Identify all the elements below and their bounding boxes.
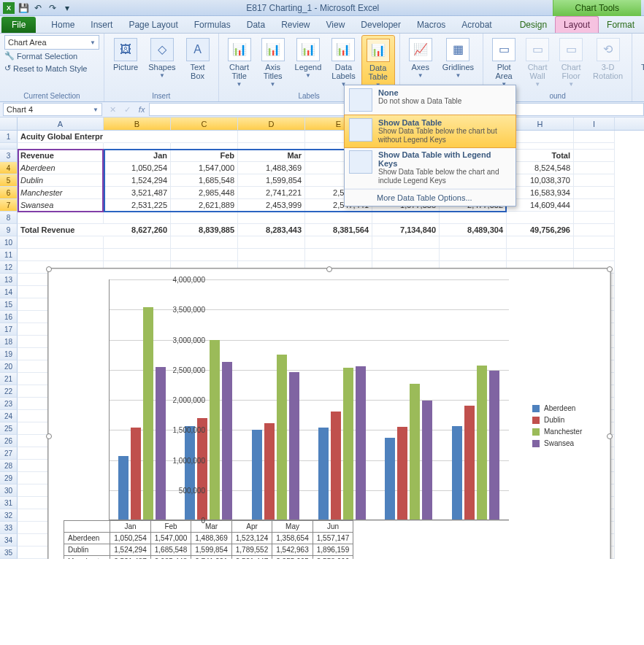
legend-item[interactable]: Aberdeen <box>532 404 602 412</box>
row-header[interactable]: 6 <box>0 187 18 199</box>
cell[interactable]: Jan <box>104 150 171 162</box>
embedded-chart[interactable]: AberdeenDublinManchesterSwansea JanFebMa… <box>48 269 610 559</box>
cell[interactable] <box>171 131 238 143</box>
tab-layout[interactable]: Layout <box>555 16 599 33</box>
col-header-c[interactable]: C <box>171 117 238 130</box>
cell[interactable]: 1,599,854 <box>238 174 305 187</box>
col-header-d[interactable]: D <box>238 117 305 130</box>
cell[interactable] <box>507 236 574 249</box>
bar[interactable] <box>410 384 420 520</box>
cell[interactable]: 2,531,225 <box>104 199 171 212</box>
dd-more-options[interactable]: More Data Table Options... <box>345 189 515 206</box>
row-header[interactable]: 5 <box>0 174 18 187</box>
file-tab[interactable]: File <box>1 17 36 33</box>
bar[interactable] <box>289 372 299 520</box>
bar[interactable] <box>318 428 329 520</box>
tab-design[interactable]: Design <box>512 17 555 33</box>
legend-item[interactable]: Swansea <box>532 439 602 447</box>
redo-icon[interactable]: ↷ <box>47 2 58 14</box>
cell[interactable] <box>574 174 615 187</box>
cell[interactable]: 1,050,254 <box>104 162 171 174</box>
cell[interactable] <box>574 150 615 162</box>
bar[interactable] <box>464 406 475 520</box>
cell[interactable]: 1,524,294 <box>104 174 171 187</box>
cell[interactable]: Acuity Global Enterprises <box>18 131 104 143</box>
plot-area-button[interactable]: ▭Plot Area▼ <box>488 35 520 89</box>
cell[interactable] <box>507 131 574 143</box>
bar[interactable] <box>331 412 341 520</box>
cell[interactable]: 1,547,000 <box>171 162 238 174</box>
qat-customize-icon[interactable]: ▾ <box>61 2 73 14</box>
bar[interactable] <box>385 438 395 520</box>
trendline-button[interactable]: 📈Trendline▼ <box>637 35 644 80</box>
bar[interactable] <box>397 427 407 520</box>
row-header[interactable]: 4 <box>0 162 18 174</box>
tab-formulas[interactable]: Formulas <box>186 17 239 33</box>
bar[interactable] <box>452 426 462 520</box>
tab-review[interactable]: Review <box>273 17 318 33</box>
bar[interactable] <box>143 307 153 520</box>
cell[interactable]: 1,488,369 <box>238 162 305 174</box>
cell[interactable]: 8,489,304 <box>440 224 507 236</box>
bar[interactable] <box>222 362 232 520</box>
name-box[interactable]: Chart 4▼ <box>3 103 102 116</box>
cell[interactable]: 8,627,260 <box>104 224 171 236</box>
reset-style-button[interactable]: ↺Reset to Match Style <box>4 63 99 73</box>
cell[interactable] <box>18 236 104 249</box>
dd-show-data-table[interactable]: Show Data TableShow Data Table below the… <box>344 115 516 148</box>
cell[interactable]: Swansea <box>18 199 104 212</box>
cell[interactable]: 16,583,934 <box>507 187 574 199</box>
tab-format[interactable]: Format <box>599 17 643 33</box>
row-header[interactable]: 3 <box>0 150 18 162</box>
row-header[interactable]: 10 <box>0 236 18 249</box>
legend-button[interactable]: 📊Legend▼ <box>291 35 326 80</box>
select-all-corner[interactable] <box>0 117 18 130</box>
cell[interactable]: 8,381,564 <box>305 224 372 236</box>
tab-view[interactable]: View <box>318 17 353 33</box>
cell[interactable] <box>104 236 171 249</box>
cell[interactable] <box>238 236 305 249</box>
cell[interactable]: 8,283,443 <box>238 224 305 236</box>
tab-data[interactable]: Data <box>239 17 273 33</box>
bar[interactable] <box>131 428 141 520</box>
cell[interactable] <box>238 131 305 143</box>
cell[interactable]: 8,524,548 <box>507 162 574 174</box>
undo-icon[interactable]: ↶ <box>32 2 44 14</box>
tab-insert[interactable]: Insert <box>83 17 120 33</box>
tab-home[interactable]: Home <box>43 17 83 33</box>
cell[interactable]: 14,609,444 <box>507 199 574 212</box>
cell[interactable]: Total <box>507 150 574 162</box>
tab-acrobat[interactable]: Acrobat <box>453 17 499 33</box>
bar[interactable] <box>210 340 220 520</box>
cell[interactable]: 2,621,889 <box>171 199 238 212</box>
cell[interactable]: Total Revenue <box>18 224 104 236</box>
bar[interactable] <box>356 366 366 520</box>
cell[interactable]: 3,521,487 <box>104 187 171 199</box>
data-table-button[interactable]: 📊Data Table▼ <box>361 35 395 90</box>
axis-titles-button[interactable]: 📊Axis Titles▼ <box>257 35 289 89</box>
excel-icon[interactable]: X <box>3 2 15 14</box>
chart-title-button[interactable]: 📊Chart Title▼ <box>223 35 256 89</box>
chart-element-selector[interactable]: Chart Area▼ <box>4 35 99 50</box>
cell[interactable]: 8,839,885 <box>171 224 238 236</box>
bar[interactable] <box>422 401 432 520</box>
chart-legend[interactable]: AberdeenDublinManchesterSwansea <box>532 401 602 451</box>
cell[interactable]: Mar <box>238 150 305 162</box>
textbox-button[interactable]: AText Box <box>182 35 214 80</box>
bar[interactable] <box>252 430 262 520</box>
bar[interactable] <box>489 371 499 520</box>
cell[interactable]: 49,756,296 <box>507 224 574 236</box>
cell[interactable] <box>440 236 507 249</box>
cell[interactable]: Aberdeen <box>18 162 104 174</box>
dd-show-with-keys[interactable]: Show Data Table with Legend KeysShow Dat… <box>345 147 515 189</box>
cell[interactable] <box>574 187 615 199</box>
cell[interactable] <box>171 236 238 249</box>
cell[interactable] <box>305 236 372 249</box>
format-selection-button[interactable]: 🔧Format Selection <box>4 51 99 61</box>
bar[interactable] <box>118 456 129 520</box>
cell[interactable] <box>574 162 615 174</box>
cell[interactable] <box>574 131 615 143</box>
cell[interactable] <box>574 199 615 212</box>
cell[interactable]: 2,741,221 <box>238 187 305 199</box>
cell[interactable]: Feb <box>171 150 238 162</box>
